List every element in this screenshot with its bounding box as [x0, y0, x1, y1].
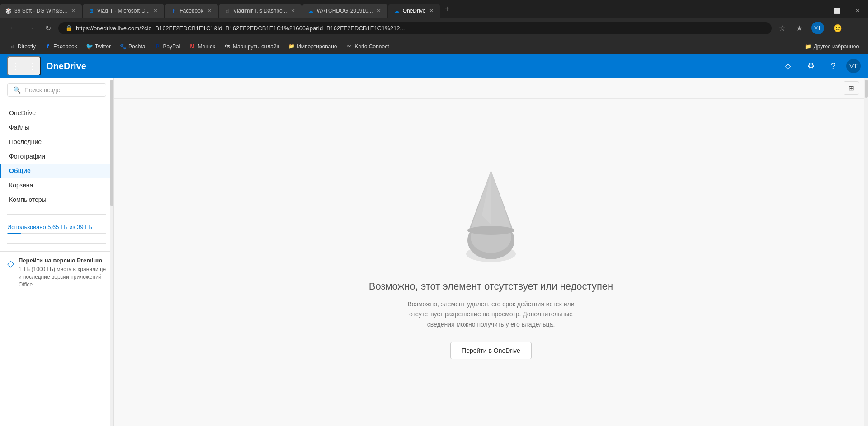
sidebar-label-photos: Фотографии	[9, 153, 45, 160]
tab-close-1[interactable]: ✕	[70, 8, 76, 14]
tab-label-3: Facebook	[179, 8, 203, 14]
sidebar-scrollbar[interactable]	[110, 78, 113, 426]
empty-description: Возможно, элемент удален, его срок дейст…	[396, 299, 586, 329]
tab-favicon-5: ☁	[308, 8, 314, 14]
bookmark-label-importirovano: Импортировано	[297, 43, 337, 50]
tab-favicon-1: 🎲	[5, 8, 12, 14]
diamond-button[interactable]: ◇	[779, 57, 797, 75]
tab-label-5: WATCHDOG-201910...	[317, 8, 373, 14]
browser-tab-3[interactable]: f Facebook ✕	[165, 4, 218, 18]
tab-close-3[interactable]: ✕	[206, 8, 212, 14]
empty-title: Возможно, этот элемент отсутствует или н…	[369, 280, 613, 294]
bookmark-facebook[interactable]: f Facebook	[41, 42, 81, 51]
scrollbar-thumb	[110, 80, 113, 206]
bookmark-pochta[interactable]: 🐾 Pochta	[116, 42, 149, 51]
bookmark-twitter[interactable]: 🐦 Twitter	[83, 42, 114, 51]
other-bookmarks-label: Другое избранное	[814, 43, 859, 50]
tab-favicon-3: f	[170, 8, 177, 14]
sidebar-item-files[interactable]: Файлы	[0, 120, 113, 135]
back-button[interactable]: ←	[5, 22, 20, 34]
bookmark-directly[interactable]: d Directly	[5, 42, 39, 51]
tab-close-6[interactable]: ✕	[428, 8, 434, 14]
window-controls: ─ ⬜ ✕	[806, 4, 868, 18]
bookmark-favicon-meshok: M	[189, 43, 195, 50]
browser-tab-4[interactable]: d Vladimir T.'s Dashbo... ✕	[219, 4, 302, 18]
storage-bar-background	[7, 233, 106, 234]
sidebar-navigation: OneDrive Файлы Последние Фотографии Общи…	[0, 102, 113, 211]
close-button[interactable]: ✕	[847, 4, 868, 18]
premium-text-container: Перейти на версию Premium 1 ТБ (1000 ГБ)…	[19, 257, 106, 288]
sidebar-label-onedrive: OneDrive	[9, 109, 36, 117]
scrollbar-track	[110, 80, 113, 426]
onedrive-main: ⊞	[114, 78, 868, 426]
browser-tab-1[interactable]: 🎲 39 Soft - DG Win&S... ✕	[0, 4, 82, 18]
view-toggle-button[interactable]: ⊞	[844, 81, 859, 95]
smiley-button[interactable]: 🙂	[830, 22, 846, 34]
search-placeholder-text: Поиск везде	[24, 86, 61, 94]
go-to-onedrive-button[interactable]: Перейти в OneDrive	[450, 342, 532, 359]
other-bookmarks[interactable]: 📁 Другое избранное	[801, 42, 863, 51]
address-input-container[interactable]: 🔒 https://onedrive.live.com/?cid=B162FF2…	[58, 22, 772, 34]
sidebar-item-trash[interactable]: Корзина	[0, 178, 113, 192]
storage-bar-fill	[7, 233, 21, 234]
settings-button[interactable]: ⚙	[802, 57, 820, 75]
onedrive-header: ⋮⋮⋮ OneDrive ◇ ⚙ ? VT	[0, 54, 868, 78]
maximize-button[interactable]: ⬜	[826, 4, 847, 18]
more-button[interactable]: ···	[849, 22, 863, 34]
bookmark-favicon-pochta: 🐾	[120, 43, 126, 50]
search-input[interactable]: 🔍 Поиск везде	[7, 83, 106, 97]
view-toggle-icon: ⊞	[849, 84, 854, 92]
new-tab-button[interactable]: +	[441, 5, 453, 14]
folder-icon: 📁	[805, 43, 811, 50]
storage-text[interactable]: Использовано 5,65 ГБ из 39 ГБ	[7, 224, 106, 230]
minimize-button[interactable]: ─	[806, 4, 826, 18]
forward-button[interactable]: →	[24, 22, 38, 34]
bookmarks-bar: d Directly f Facebook 🐦 Twitter 🐾 Pochta…	[0, 38, 868, 54]
help-button[interactable]: ?	[826, 58, 841, 75]
main-scrollbar-thumb	[865, 80, 868, 98]
tab-close-4[interactable]: ✕	[290, 8, 296, 14]
premium-description: 1 ТБ (1000 ГБ) места в хранилище и после…	[19, 266, 106, 288]
storage-section: Использовано 5,65 ГБ из 39 ГБ	[0, 218, 113, 240]
tab-label-1: 39 Soft - DG Win&S...	[14, 8, 67, 14]
bookmark-paypal[interactable]: P PayPal	[151, 42, 184, 51]
browser-tab-6[interactable]: ☁ OneDrive ✕	[388, 4, 440, 18]
tab-bar: 🎲 39 Soft - DG Win&S... ✕ ⊞ Vlad-T - Mic…	[0, 0, 868, 18]
sidebar-item-shared[interactable]: Общие	[0, 164, 113, 178]
premium-banner[interactable]: ◇ Перейти на версию Premium 1 ТБ (1000 Г…	[0, 251, 113, 294]
browser-tab-2[interactable]: ⊞ Vlad-T - Microsoft C... ✕	[83, 4, 164, 18]
refresh-button[interactable]: ↻	[42, 22, 55, 34]
main-scrollbar[interactable]	[864, 78, 868, 426]
tab-label-2: Vlad-T - Microsoft C...	[97, 8, 150, 14]
sidebar-item-recent[interactable]: Последние	[0, 135, 113, 149]
search-icon: 🔍	[13, 86, 21, 94]
sidebar-item-computers[interactable]: Компьютеры	[0, 192, 113, 207]
lock-icon: 🔒	[66, 25, 72, 31]
sidebar-divider-2	[7, 243, 106, 244]
user-avatar[interactable]: VT	[846, 59, 861, 73]
bookmark-favicon-twitter: 🐦	[86, 43, 93, 50]
bookmark-label-kerio: Kerio Connect	[354, 43, 389, 50]
bookmark-meshok[interactable]: M Мешок	[185, 42, 218, 51]
sidebar-item-onedrive[interactable]: OneDrive	[0, 106, 113, 120]
sidebar-item-photos[interactable]: Фотографии	[0, 149, 113, 164]
premium-label: Перейти на версию Premium	[19, 257, 106, 264]
bookmark-importirovano[interactable]: 📁 Импортировано	[285, 42, 340, 51]
bookmark-kerio[interactable]: ✉ Kerio Connect	[342, 42, 392, 51]
favorites-add-button[interactable]: ★	[793, 22, 806, 34]
bookmark-favicon-paypal: P	[154, 43, 160, 50]
tab-close-2[interactable]: ✕	[152, 8, 159, 14]
empty-illustration	[446, 166, 536, 265]
hamburger-menu-button[interactable]: ⋮⋮⋮	[7, 56, 41, 75]
browser-chrome: 🎲 39 Soft - DG Win&S... ✕ ⊞ Vlad-T - Mic…	[0, 0, 868, 54]
onedrive-logo: OneDrive	[46, 61, 86, 71]
bookmark-marshruty[interactable]: 🗺 Маршруты онлайн	[221, 42, 283, 51]
profile-avatar-small[interactable]: VT	[811, 22, 824, 34]
sidebar-label-computers: Компьютеры	[9, 196, 47, 203]
favorites-star-button[interactable]: ☆	[775, 22, 789, 34]
tab-label-6: OneDrive	[403, 8, 426, 14]
search-container: 🔍 Поиск везде	[0, 78, 113, 102]
tab-close-5[interactable]: ✕	[376, 8, 382, 14]
bookmark-label-marshruty: Маршруты онлайн	[233, 43, 279, 50]
browser-tab-5[interactable]: ☁ WATCHDOG-201910... ✕	[302, 4, 387, 18]
